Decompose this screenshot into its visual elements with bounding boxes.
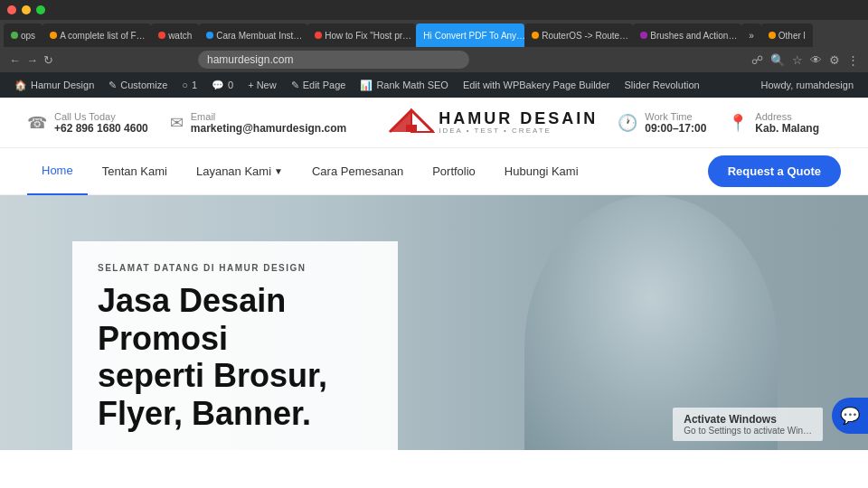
dot-red[interactable] bbox=[7, 5, 16, 14]
clock-icon: 🕐 bbox=[618, 113, 637, 133]
windows-activate-notice: Activate Windows Go to Settings to activ… bbox=[673, 408, 823, 441]
dot-green[interactable] bbox=[36, 5, 45, 14]
svg-rect-2 bbox=[406, 125, 417, 132]
wp-comments[interactable]: 💬 0 bbox=[204, 72, 241, 98]
edit-icon: ✎ bbox=[291, 80, 299, 91]
wp-sliderrev[interactable]: Slider Revolution bbox=[618, 72, 707, 98]
nav-carapemesanan[interactable]: Cara Pemesanan bbox=[297, 148, 418, 195]
translate-icon[interactable]: ☍ bbox=[751, 53, 763, 67]
nav-hubungikami[interactable]: Hubungi Kami bbox=[490, 148, 593, 195]
forward-icon[interactable]: → bbox=[26, 53, 38, 67]
email-icon: ✉ bbox=[170, 113, 184, 133]
wp-new[interactable]: + New bbox=[241, 72, 284, 98]
request-quote-button[interactable]: Request a Quote bbox=[708, 155, 841, 187]
tab-cara[interactable]: Cara Membuat Inst… bbox=[199, 23, 307, 47]
wp-rankmath[interactable]: 📊 Rank Math SEO bbox=[353, 72, 455, 98]
hero-section: SELAMAT DATANG DI HAMUR DESIGN Jasa Desa… bbox=[0, 195, 868, 450]
browser-toolbar-icons: ☍ 🔍 ☆ 👁 ⚙ ⋮ bbox=[751, 53, 859, 67]
hero-subtitle: SELAMAT DATANG DI HAMUR DESIGN bbox=[98, 263, 373, 273]
worktime-info: 🕐 Work Time 09:00–17:00 bbox=[618, 111, 706, 135]
customize-icon: ✎ bbox=[108, 80, 117, 91]
dot-yellow[interactable] bbox=[22, 5, 31, 14]
tab-howtofix[interactable]: How to Fix "Host pr… bbox=[307, 23, 416, 47]
menu-icon[interactable]: ⋮ bbox=[847, 53, 859, 67]
worktime-text: Work Time 09:00–17:00 bbox=[645, 111, 706, 135]
address-bar: ← → ↻ ☍ 🔍 ☆ 👁 ⚙ ⋮ bbox=[0, 47, 868, 72]
tab-brushes[interactable]: Brushes and Action… bbox=[633, 23, 741, 47]
tab-watch[interactable]: watch bbox=[151, 23, 199, 47]
url-input[interactable] bbox=[198, 51, 469, 69]
activate-title: Activate Windows bbox=[684, 413, 812, 426]
tab-convert[interactable]: Hi Convert PDF To Any… bbox=[416, 23, 524, 47]
search-icon[interactable]: 🔍 bbox=[770, 53, 785, 67]
email-info: ✉ Email marketing@hamurdesign.com bbox=[170, 111, 346, 135]
wp-circle[interactable]: ○ 1 bbox=[175, 72, 204, 98]
nav-layanankami[interactable]: Layanan Kami ▼ bbox=[182, 148, 297, 195]
address-text: Address Kab. Malang bbox=[755, 111, 819, 135]
nav-links: Home Tentan Kami Layanan Kami ▼ Cara Pem… bbox=[27, 148, 708, 195]
nav-home[interactable]: Home bbox=[27, 148, 88, 195]
extensions-icon[interactable]: ⚙ bbox=[829, 53, 840, 67]
rankmath-icon: 📊 bbox=[360, 80, 373, 91]
site-header-top: ☎ Call Us Today +62 896 1680 4600 ✉ Emai… bbox=[0, 98, 868, 148]
site-nav: Home Tentan Kami Layanan Kami ▼ Cara Pem… bbox=[0, 148, 868, 195]
wp-admin-bar: 🏠 Hamur Design ✎ Customize ○ 1 💬 0 + New… bbox=[0, 72, 868, 98]
email-text: Email marketing@hamurdesign.com bbox=[191, 111, 346, 135]
tab-router[interactable]: RouterOS -> Route… bbox=[524, 23, 633, 47]
tab-other[interactable]: Other l bbox=[761, 23, 813, 47]
activate-subtitle: Go to Settings to activate Win… bbox=[684, 426, 812, 436]
logo-container: HAMUR DESAIN IDEA • TEST • CREATE bbox=[388, 105, 598, 141]
nav-tentankami[interactable]: Tentan Kami bbox=[88, 148, 182, 195]
wp-logo-icon: 🏠 bbox=[14, 80, 27, 91]
tab-ops[interactable]: ops bbox=[4, 23, 42, 47]
refresh-icon[interactable]: ↻ bbox=[43, 53, 53, 67]
phone-icon: ☎ bbox=[27, 113, 47, 133]
phone-text: Call Us Today +62 896 1680 4600 bbox=[54, 111, 148, 135]
chevron-down-icon: ▼ bbox=[274, 166, 283, 176]
wp-user-greeting: Howdy, rumahdesign bbox=[753, 80, 861, 90]
logo-svg bbox=[388, 105, 435, 141]
comment-icon: 💬 bbox=[212, 80, 224, 91]
browser-chrome bbox=[0, 0, 868, 20]
browser-nav-icons: ← → ↻ bbox=[9, 53, 53, 67]
tab-completelist[interactable]: A complete list of F… bbox=[42, 23, 151, 47]
tab-overflow[interactable]: » bbox=[741, 23, 761, 47]
wp-home[interactable]: 🏠 Hamur Design bbox=[7, 72, 101, 98]
tabs-bar: ops A complete list of F… watch Cara Mem… bbox=[0, 20, 868, 47]
logo-text-block: HAMUR DESAIN IDEA • TEST • CREATE bbox=[439, 110, 598, 135]
address-info: 📍 Address Kab. Malang bbox=[728, 111, 819, 135]
hero-title: Jasa Desain Promosi seperti Brosur, Flye… bbox=[98, 282, 373, 432]
location-icon: 📍 bbox=[728, 113, 748, 133]
wp-editpage[interactable]: ✎ Edit Page bbox=[284, 72, 354, 98]
chat-icon: 💬 bbox=[840, 406, 860, 426]
back-icon[interactable]: ← bbox=[9, 53, 21, 67]
site-logo[interactable]: HAMUR DESAIN IDEA • TEST • CREATE bbox=[368, 105, 618, 141]
phone-info: ☎ Call Us Today +62 896 1680 4600 bbox=[27, 111, 148, 135]
bookmark-icon[interactable]: ☆ bbox=[792, 53, 803, 67]
hero-card: SELAMAT DATANG DI HAMUR DESIGN Jasa Desa… bbox=[72, 241, 398, 450]
eye-icon[interactable]: 👁 bbox=[810, 53, 822, 67]
wp-wpbakery[interactable]: Edit with WPBakery Page Builder bbox=[456, 72, 618, 98]
nav-portfolio[interactable]: Portfolio bbox=[418, 148, 490, 195]
chat-button[interactable]: 💬 bbox=[832, 398, 868, 434]
wp-customize[interactable]: ✎ Customize bbox=[101, 72, 175, 98]
